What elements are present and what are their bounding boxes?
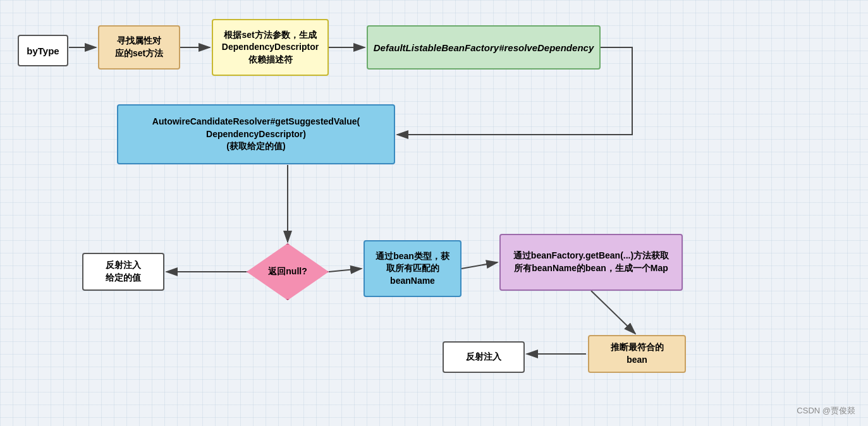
svg-line-7: [462, 262, 498, 269]
node-resolve: DefaultListableBeanFactory#resolveDepend…: [367, 25, 601, 70]
node-tuiduan-label: 推断最符合的 bean: [611, 341, 664, 366]
node-beanfactory: 通过beanFactory.getBean(...)方法获取 所有beanNam…: [499, 234, 683, 291]
node-reflect-left: 反射注入 给定的值: [82, 253, 164, 291]
node-beantype: 通过bean类型，获 取所有匹配的 beanName: [364, 240, 462, 297]
node-diamond-label: 返回null?: [268, 265, 307, 278]
node-beanfactory-label: 通过beanFactory.getBean(...)方法获取 所有beanNam…: [513, 250, 669, 274]
node-bytype-label: byType: [27, 44, 59, 58]
node-findset-label: 寻找属性对 应的set方法: [115, 35, 163, 59]
node-autowire-label: AutowireCandidateResolver#getSuggestedVa…: [152, 116, 360, 153]
node-reflect-bottom-label: 反射注入: [466, 351, 501, 363]
node-autowire: AutowireCandidateResolver#getSuggestedVa…: [117, 104, 395, 164]
node-resolve-label: DefaultListableBeanFactory#resolveDepend…: [374, 41, 594, 54]
node-bytype: byType: [18, 35, 68, 66]
node-tuiduan: 推断最符合的 bean: [588, 335, 686, 373]
node-beantype-label: 通过bean类型，获 取所有匹配的 beanName: [376, 250, 449, 288]
node-dependency-label: 根据set方法参数，生成 DependencyDescriptor 依赖描述符: [222, 29, 319, 66]
node-dependency: 根据set方法参数，生成 DependencyDescriptor 依赖描述符: [212, 19, 329, 76]
watermark-text: CSDN @贾俊燚: [797, 406, 855, 415]
svg-line-8: [591, 291, 635, 334]
watermark: CSDN @贾俊燚: [797, 405, 855, 417]
node-reflect-left-label: 反射注入 给定的值: [106, 259, 141, 284]
svg-line-6: [329, 269, 362, 272]
flowchart-canvas: byType 寻找属性对 应的set方法 根据set方法参数，生成 Depend…: [0, 0, 868, 426]
node-reflect-bottom: 反射注入: [443, 341, 525, 373]
node-diamond: 返回null?: [247, 243, 329, 300]
node-findset: 寻找属性对 应的set方法: [98, 25, 180, 70]
